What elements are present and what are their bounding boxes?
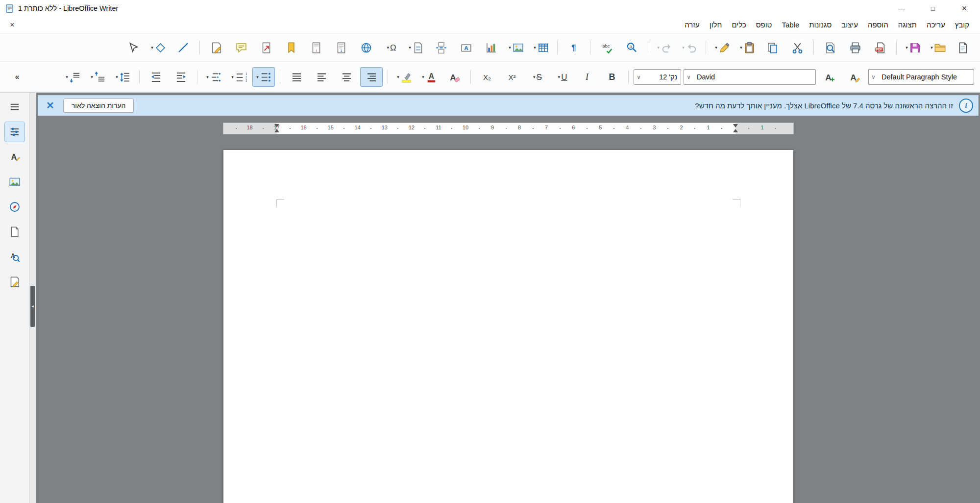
menu-window[interactable]: חלון (705, 17, 727, 33)
highlight-color-button[interactable]: ▾ (393, 67, 416, 87)
paragraph-spacing-decrease-button[interactable]: ▾ (62, 67, 84, 87)
insert-image-button-dropdown[interactable]: ▾ (508, 45, 512, 50)
outline-format-button-dropdown[interactable]: ▾ (205, 75, 210, 79)
undo-button-dropdown[interactable]: ▾ (681, 45, 686, 50)
bold-button[interactable]: B (601, 67, 623, 87)
menu-form[interactable]: טופס (751, 17, 777, 33)
menu-help[interactable]: עזרה (680, 17, 705, 33)
save-button-dropdown[interactable]: ▾ (905, 45, 909, 50)
toolbar-overflow-button[interactable]: » (6, 67, 28, 87)
ordered-list-button[interactable]: 123▾ (227, 67, 250, 87)
clear-formatting-button[interactable]: A (443, 67, 466, 87)
clone-formatting-button[interactable]: ▾ (711, 38, 734, 57)
release-notes-button[interactable]: הערות הוצאה לאור (63, 99, 134, 113)
track-changes-button[interactable] (205, 38, 227, 57)
ruler-indent-marker-right[interactable] (733, 124, 738, 133)
menu-tools[interactable]: כלים (727, 17, 751, 33)
sidebar-gallery-button[interactable] (4, 172, 25, 192)
font-name-combo-dropdown-icon[interactable]: ∨ (684, 74, 693, 80)
copy-button[interactable] (761, 38, 784, 57)
underline-button[interactable]: U▾ (551, 67, 573, 87)
strikethrough-button-dropdown[interactable]: ▾ (532, 75, 537, 79)
close-button[interactable]: × (949, 0, 980, 17)
font-color-button[interactable]: A▾ (418, 67, 441, 87)
horizontal-ruler[interactable]: 1817161514131211109876543211 (223, 123, 794, 134)
sidebar-properties-button[interactable] (4, 122, 25, 142)
insert-chart-button[interactable] (480, 38, 502, 57)
show-draw-functions-button[interactable] (122, 38, 145, 57)
insert-field-button[interactable]: ▾ (405, 38, 427, 57)
font-color-button-dropdown[interactable]: ▾ (421, 75, 425, 79)
insert-page-break-button[interactable] (430, 38, 452, 57)
insert-table-button-dropdown[interactable]: ▾ (533, 45, 537, 50)
insert-footnote-button[interactable]: 1 (330, 38, 352, 57)
align-center-button[interactable] (335, 67, 358, 87)
align-left-button[interactable] (310, 67, 333, 87)
sidebar-settings-button[interactable] (4, 97, 25, 117)
subscript-button[interactable]: X₂ (476, 67, 498, 87)
menu-table[interactable]: Table (777, 17, 804, 33)
paragraph-style-combo[interactable]: ∨ (868, 69, 974, 85)
insert-image-button[interactable]: ▾ (505, 38, 527, 57)
paste-button[interactable]: ▾ (736, 38, 759, 57)
paragraph-spacing-decrease-button-dropdown[interactable]: ▾ (65, 75, 69, 79)
insert-bookmark-button[interactable] (280, 38, 302, 57)
font-size-combo-dropdown-icon[interactable]: ∨ (634, 74, 643, 80)
clone-formatting-button-dropdown[interactable]: ▾ (714, 45, 718, 50)
sidebar-style-inspector-button[interactable]: A (4, 247, 25, 267)
menu-edit[interactable]: עריכה (922, 17, 950, 33)
font-name-combo-input[interactable] (693, 73, 815, 81)
menu-format[interactable]: עיצוב (836, 17, 863, 33)
print-button[interactable] (844, 38, 866, 57)
superscript-button[interactable]: X² (501, 67, 523, 87)
increase-indent-button[interactable] (170, 67, 192, 87)
page[interactable] (223, 150, 793, 503)
insert-textbox-button[interactable]: A (455, 38, 477, 57)
open-button-dropdown[interactable]: ▾ (930, 45, 934, 50)
basic-shapes-button[interactable]: ▾ (147, 38, 170, 57)
formatting-marks-button[interactable]: ¶ (563, 38, 585, 57)
cut-button[interactable] (786, 38, 808, 57)
insert-special-character-button-dropdown[interactable]: ▾ (386, 45, 390, 50)
italic-button[interactable]: I (576, 67, 598, 87)
sidebar-splitter[interactable]: ◂ (30, 93, 36, 503)
new-document-button[interactable] (952, 38, 974, 57)
close-document-button[interactable]: × (6, 21, 19, 29)
sidebar-manage-changes-button[interactable] (4, 272, 25, 292)
menu-file[interactable]: קובץ (950, 17, 974, 33)
paragraph-style-combo-dropdown-icon[interactable]: ∨ (869, 74, 878, 80)
minimize-button[interactable]: — (886, 0, 917, 17)
menu-styles[interactable]: סגנונות (804, 17, 836, 33)
decrease-indent-button[interactable] (145, 67, 167, 87)
maximize-button[interactable]: □ (917, 0, 949, 17)
line-spacing-button[interactable]: ▾ (112, 67, 134, 87)
open-button[interactable]: ▾ (927, 38, 949, 57)
insert-line-button[interactable] (172, 38, 195, 57)
update-style-button[interactable]: A (843, 67, 866, 87)
outline-format-button[interactable]: ▾ (202, 67, 225, 87)
menu-insert[interactable]: הוספה (863, 17, 893, 33)
insert-special-character-button[interactable]: Ω▾ (380, 38, 402, 57)
save-button[interactable]: ▾ (902, 38, 924, 57)
find-replace-button[interactable]: a (620, 38, 643, 57)
font-size-combo[interactable]: ∨ (634, 69, 681, 85)
menu-view[interactable]: תצוגה (893, 17, 922, 33)
insert-hyperlink-button[interactable] (355, 38, 377, 57)
sidebar-styles-button[interactable]: A (4, 147, 25, 167)
sidebar-page-button[interactable] (4, 222, 25, 242)
justify-button[interactable] (285, 67, 308, 87)
insert-comment-button[interactable] (230, 38, 252, 57)
sidebar-splitter-handle[interactable]: ◂ (30, 286, 35, 327)
unordered-list-button[interactable]: ▾ (252, 67, 275, 87)
ruler-indent-marker-left[interactable] (274, 124, 280, 133)
print-preview-button[interactable] (819, 38, 841, 57)
redo-button-dropdown[interactable]: ▾ (656, 45, 661, 50)
paste-button-dropdown[interactable]: ▾ (739, 45, 743, 50)
insert-table-button[interactable]: ▾ (530, 38, 552, 57)
export-pdf-button[interactable]: PDF (869, 38, 891, 57)
paragraph-spacing-increase-button-dropdown[interactable]: ▾ (90, 75, 94, 79)
undo-button[interactable]: ▾ (678, 38, 701, 57)
font-size-combo-input[interactable] (643, 73, 681, 81)
align-right-button[interactable] (360, 67, 383, 87)
paragraph-style-combo-input[interactable] (878, 73, 974, 81)
